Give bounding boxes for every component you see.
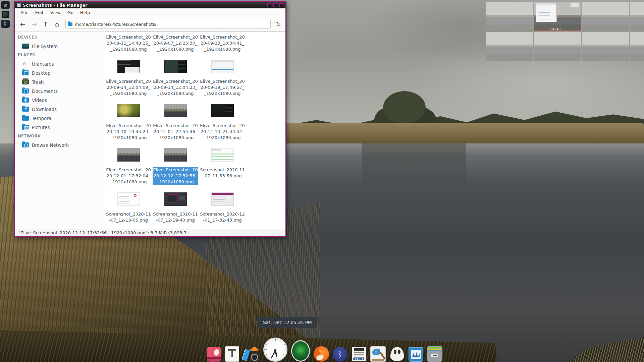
file-elive-screenshot-2020-08-11-14-48-25-644x362-png[interactable]: Elive_Screenshot_2020-08-11_14:48:25__19… — [105, 32, 152, 52]
thumbnail-art — [179, 196, 185, 200]
media-player-icon[interactable] — [243, 346, 260, 362]
pager-desktop-active[interactable] — [534, 2, 581, 31]
thumbnail-art — [164, 153, 187, 154]
back-button[interactable]: ← — [18, 19, 28, 29]
sidebar: DEVICES File System PLACES triantares De… — [15, 32, 104, 229]
file-elive-screenshot-2020-12-01-17-32-04-644x362-png[interactable]: Elive_Screenshot_2020-12-01_17:32:04__19… — [105, 148, 152, 185]
clock-tooltip: Sat, Dec 12 05:35 PM — [258, 317, 317, 328]
file-screenshot-2020-11-07-12-13-05-png[interactable]: Screenshot_2020-11-07_12-13-05.png — [105, 192, 152, 223]
file-elive-screenshot-2020-11-01-22-54-46-644x362-png[interactable]: Elive_Screenshot_2020-11-01_22:54:46__19… — [152, 104, 199, 141]
path-bar[interactable]: /home/triantares/Pictures/Screenshots/ — [65, 20, 271, 28]
text-editor-icon[interactable] — [225, 346, 239, 362]
downloads-icon — [22, 107, 29, 112]
thumbnail-art — [212, 60, 233, 62]
file-elive-screenshot-2020-09-14-12-04-23-644x362-png[interactable]: Elive_Screenshot_2020-09-14_12:04:23__19… — [152, 60, 199, 97]
file-name: Screenshot_2020-11-07_11-53-56.png — [200, 167, 245, 179]
radar-icon[interactable] — [291, 340, 310, 362]
file-elive-screenshot-2020-12-12-17-32-56-644x362-png[interactable]: Elive_Screenshot_2020-12-12_17:32:56__19… — [152, 148, 199, 185]
icon-art — [428, 347, 441, 351]
filesystem-icon — [22, 44, 29, 49]
thumbnail-art — [212, 149, 221, 150]
file-list-view[interactable]: Elive_Screenshot_2020-08-11_14:48:25__19… — [104, 32, 285, 229]
sidebar-file-system[interactable]: File System — [15, 42, 104, 51]
photos-icon[interactable] — [207, 347, 221, 362]
file-thumbnail — [117, 104, 140, 117]
sidebar-trash[interactable]: Trash — [15, 77, 104, 86]
window-iconify-button[interactable] — [267, 3, 271, 7]
thumbnail-art — [118, 60, 131, 68]
sidebar-label: Trash — [32, 79, 44, 85]
folder-icon — [22, 116, 29, 121]
icon-art — [252, 347, 257, 351]
trash-icon — [22, 79, 29, 84]
elive-logo-icon[interactable] — [1, 1, 10, 9]
file-screenshot-2020-11-07-11-53-56-png[interactable]: Screenshot_2020-11-07_11-53-56.png — [199, 148, 246, 185]
file-thumbnail — [211, 60, 234, 73]
pager-desktop[interactable] — [582, 32, 629, 61]
file-screenshot-2020-11-07-12-19-40-png[interactable]: Screenshot_2020-11-07_12-19-40.png — [152, 192, 199, 223]
file-name: Elive_Screenshot_2020-12-12_17:32:56__19… — [153, 167, 198, 185]
icon-art — [379, 352, 386, 360]
sidebar-documents[interactable]: Documents — [15, 86, 104, 96]
sidebar-triantares[interactable]: triantares — [15, 59, 104, 68]
home-button[interactable]: ⌂ — [52, 19, 62, 29]
forward-button[interactable]: → — [29, 19, 39, 29]
toolbar: ←→↑⌂ /home/triantares/Pictures/Screensho… — [15, 17, 285, 32]
menu-go[interactable]: Go — [64, 10, 77, 15]
thumbnail-art — [212, 152, 233, 160]
firefox-icon[interactable] — [314, 346, 329, 362]
pager-desktop[interactable] — [630, 2, 644, 31]
system-monitor-icon[interactable] — [409, 347, 423, 362]
sidebar-devices[interactable]: DEVICES — [15, 33, 104, 42]
sidebar-downloads[interactable]: Downloads — [15, 105, 104, 114]
sidebar-temporal[interactable]: Temporal — [15, 114, 104, 123]
file-elive-screenshot-2020-09-14-12-04-09-644x362-png[interactable]: Elive_Screenshot_2020-09-14_12:04:09__19… — [105, 60, 152, 97]
clock-icon[interactable] — [263, 338, 287, 362]
documents-icon — [22, 88, 29, 94]
ghost-icon[interactable] — [389, 346, 405, 362]
file-name: Elive_Screenshot_2020-09-14_12:04:23__19… — [153, 78, 198, 97]
pager-desktop[interactable] — [630, 32, 644, 61]
paint-icon[interactable] — [370, 346, 386, 362]
file-elive-screenshot-2020-09-19-17-49-57-644x362-png[interactable]: Elive_Screenshot_2020-09-19_17:49:57__19… — [199, 60, 246, 97]
calibre-icon[interactable] — [351, 346, 367, 362]
display-icon[interactable] — [1, 10, 10, 18]
sidebar-pictures[interactable]: Pictures — [15, 123, 104, 132]
bluetooth-icon[interactable] — [333, 347, 347, 362]
folder-icon — [68, 22, 72, 26]
file-elive-screenshot-2020-10-10-10-45-23-644x362-png[interactable]: Elive_Screenshot_2020-10-10_10:45:23__19… — [105, 104, 152, 141]
file-name: Elive_Screenshot_2020-10-10_10:45:23__19… — [106, 123, 151, 141]
sidebar-network[interactable]: NETWORK — [15, 132, 104, 140]
window-title: Screenshots - File Manager — [23, 3, 267, 8]
file-grid: Elive_Screenshot_2020-08-11_14:48:25__19… — [104, 32, 285, 229]
file-elive-screenshot-2020-09-13-10-34-41-644x362-png[interactable]: Elive_Screenshot_2020-09-13_10:34:41__19… — [199, 32, 246, 52]
file-screenshot-2020-12-01-17-32-43-png[interactable]: Screenshot_2020-12-01_17-32-43.png — [199, 192, 246, 223]
window-maximize-button[interactable] — [273, 3, 277, 7]
menu-edit[interactable]: Edit — [32, 10, 47, 15]
pager-desktop[interactable] — [534, 32, 581, 61]
file-elive-screenshot-2020-09-07-12-25-30-644x362-png[interactable]: Elive_Screenshot_2020-09-07_12:25:30__19… — [152, 32, 199, 52]
window-close-button[interactable] — [279, 3, 283, 7]
archive-icon[interactable] — [427, 346, 442, 362]
menu-file[interactable]: File — [18, 10, 32, 15]
file-name: Elive_Screenshot_2020-09-07_12:25:30__19… — [153, 34, 198, 52]
sidebar-browse-network[interactable]: Browse Network — [15, 140, 104, 149]
file-elive-screenshot-2020-11-13-21-43-52-644x362-png[interactable]: Elive_Screenshot_2020-11-13_21:43:52__19… — [199, 104, 246, 141]
pager-desktop[interactable] — [486, 2, 533, 31]
pager-desktop[interactable] — [582, 2, 629, 31]
menu-help[interactable]: Help — [77, 10, 94, 15]
window-titlebar[interactable]: Screenshots - File Manager — [15, 2, 285, 8]
reload-button[interactable]: ↻ — [274, 20, 283, 28]
pager-desktop[interactable] — [486, 32, 533, 61]
sidebar-desktop[interactable]: Desktop — [15, 68, 104, 77]
icon-art — [214, 349, 219, 356]
icon-art — [274, 349, 276, 352]
file-name: Screenshot_2020-11-07_12-13-05.png — [106, 211, 151, 223]
thumbnail-art — [212, 105, 225, 117]
sidebar-videos[interactable]: Videos — [15, 96, 104, 105]
bluetooth-icon[interactable] — [1, 20, 10, 28]
up-button[interactable]: ↑ — [41, 19, 51, 29]
sidebar-places[interactable]: PLACES — [15, 51, 104, 59]
thumbnail-art — [117, 153, 140, 154]
menu-view[interactable]: View — [47, 10, 64, 15]
